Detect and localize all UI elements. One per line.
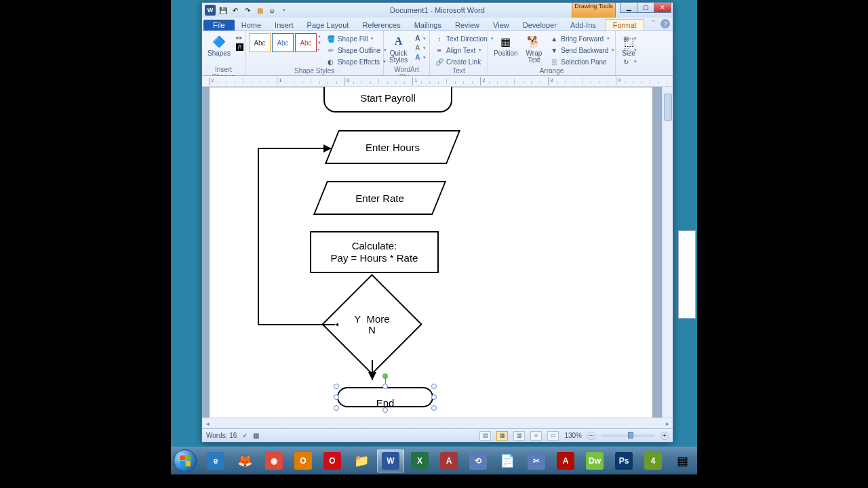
style-swatch-3[interactable]: Abc xyxy=(295,33,317,52)
selection-pane-button[interactable]: ☰Selection Pane xyxy=(547,56,616,67)
view-print-layout[interactable]: ▤ xyxy=(479,431,491,441)
tab-view[interactable]: View xyxy=(486,20,516,30)
align-text-button[interactable]: ≡Align Text xyxy=(433,45,496,56)
text-effects-button[interactable]: A xyxy=(413,53,428,62)
down-arrow[interactable] xyxy=(367,359,378,386)
position-button[interactable]: ▦ Position xyxy=(491,33,521,58)
text-fill-button[interactable]: A xyxy=(413,34,428,43)
taskbar-item-internet-explorer[interactable]: e xyxy=(202,449,229,472)
size-button[interactable]: ⬚ Size xyxy=(618,33,639,58)
style-gallery-more-icon[interactable]: ▾ xyxy=(317,47,321,52)
style-swatch-2[interactable]: Abc xyxy=(272,33,294,52)
send-backward-button[interactable]: ▼Send Backward xyxy=(547,45,616,56)
tab-insert[interactable]: Insert xyxy=(268,20,300,30)
loop-arrow[interactable] xyxy=(250,142,338,331)
taskbar-item-color-app[interactable]: ▦ xyxy=(669,449,696,472)
text-box-icon[interactable]: 🅰 xyxy=(236,43,243,52)
view-draft[interactable]: ▭ xyxy=(547,431,559,441)
qat-undo-icon[interactable]: ↶ xyxy=(231,5,240,15)
hscroll-left-icon[interactable]: ◂ xyxy=(202,419,213,428)
taskbar-item-outlook[interactable]: O xyxy=(290,449,317,472)
shape-start-terminator[interactable]: Start Payroll xyxy=(323,87,452,113)
shape-outline-button[interactable]: ✏Shape Outline xyxy=(324,45,389,56)
proofing-icon[interactable]: ✓ xyxy=(242,432,248,439)
resize-handle-s[interactable] xyxy=(382,407,388,413)
minimize-ribbon-icon[interactable]: ⌃ xyxy=(651,19,656,28)
close-button[interactable]: ✕ xyxy=(654,2,671,13)
taskbar-item-dreamweaver[interactable]: Dw xyxy=(581,449,608,472)
qat-new-icon[interactable]: ▦ xyxy=(255,5,264,15)
horizontal-ruler[interactable]: 210123456 xyxy=(202,76,673,87)
maximize-button[interactable]: ▢ xyxy=(637,2,654,13)
tab-home[interactable]: Home xyxy=(235,20,268,30)
text-direction-button[interactable]: ↕Text Direction xyxy=(433,33,496,44)
view-web-layout[interactable]: ▥ xyxy=(513,431,525,441)
vscroll-thumb[interactable] xyxy=(664,94,672,121)
view-outline[interactable]: ≡ xyxy=(530,431,542,441)
taskbar-item-acrobat[interactable]: A xyxy=(552,449,579,472)
qat-save-icon[interactable]: 💾 xyxy=(218,5,228,15)
edit-shape-icon[interactable]: ✏ xyxy=(236,34,243,43)
bring-forward-button[interactable]: ▲Bring Forward xyxy=(547,33,616,44)
quick-styles-button[interactable]: A Quick Styles xyxy=(387,33,410,65)
group-label-size xyxy=(618,66,637,75)
wrap-text-button[interactable]: 🐕 Wrap Text xyxy=(524,33,545,65)
vertical-scrollbar[interactable] xyxy=(662,87,673,418)
document-page[interactable]: Start Payroll Enter Hours Enter Rate Cal… xyxy=(209,87,653,428)
zoom-slider[interactable] xyxy=(601,434,655,437)
style-swatch-1[interactable]: Abc xyxy=(249,33,271,52)
resize-handle-w[interactable] xyxy=(334,394,339,400)
shapes-button[interactable]: 🔷 Shapes xyxy=(205,33,233,58)
resize-handle-nw[interactable] xyxy=(334,384,339,389)
tab-addins[interactable]: Add-Ins xyxy=(564,20,603,30)
shape-enter-hours[interactable]: Enter Hours xyxy=(332,130,454,164)
taskbar-item-opera[interactable]: O xyxy=(319,449,346,472)
create-link-button[interactable]: 🔗Create Link xyxy=(433,56,496,67)
zoom-level[interactable]: 130% xyxy=(564,432,582,439)
macro-icon[interactable]: ▦ xyxy=(253,432,259,439)
tab-mailings[interactable]: Mailings xyxy=(408,20,448,30)
style-gallery-down-icon[interactable]: ▼ xyxy=(317,41,321,45)
taskbar-item-snip[interactable]: ✂ xyxy=(523,449,550,472)
zoom-slider-knob[interactable] xyxy=(628,432,633,439)
minimize-button[interactable]: ▁ xyxy=(620,2,637,13)
taskbar-item-app-link[interactable]: ⟲ xyxy=(465,449,492,472)
tab-review[interactable]: Review xyxy=(448,20,486,30)
taskbar-item-chrome[interactable]: ◉ xyxy=(260,449,288,472)
resize-handle-ne[interactable] xyxy=(431,384,437,389)
taskbar-item-notepad[interactable]: 📄 xyxy=(494,449,521,472)
taskbar-item-access[interactable]: A xyxy=(435,449,462,472)
shape-effects-button[interactable]: ◐Shape Effects xyxy=(324,56,389,67)
taskbar-item-app-4[interactable]: 4 xyxy=(639,449,667,472)
shape-fill-button[interactable]: 🪣Shape Fill xyxy=(324,33,389,44)
shape-end-terminator-selected[interactable]: End xyxy=(337,387,433,407)
hscroll-right-icon[interactable]: ▸ xyxy=(662,419,673,428)
qat-redo-icon[interactable]: ↷ xyxy=(243,5,252,15)
style-gallery-up-icon[interactable]: ▲ xyxy=(317,34,321,38)
taskbar-item-firefox[interactable]: 🦊 xyxy=(231,449,258,472)
resize-handle-e[interactable] xyxy=(431,394,437,400)
zoom-in-button[interactable]: + xyxy=(660,432,669,440)
help-icon[interactable]: ? xyxy=(660,19,670,28)
tab-format[interactable]: Format xyxy=(606,19,644,30)
start-button[interactable] xyxy=(172,449,198,473)
resize-handle-sw[interactable] xyxy=(334,405,339,411)
taskbar-item-explorer[interactable]: 📁 xyxy=(348,449,375,472)
zoom-out-button[interactable]: − xyxy=(587,432,595,440)
tab-developer[interactable]: Developer xyxy=(516,20,564,30)
qat-emoji-icon[interactable]: ☺ xyxy=(267,5,277,15)
tab-page-layout[interactable]: Page Layout xyxy=(300,20,356,30)
text-outline-button[interactable]: A xyxy=(413,43,428,52)
tab-file[interactable]: File xyxy=(203,20,235,30)
resize-handle-se[interactable] xyxy=(431,405,437,411)
qat-more-icon[interactable]: ▾ xyxy=(279,5,289,15)
tab-references[interactable]: References xyxy=(355,20,407,30)
horizontal-scrollbar[interactable]: ◂ ▸ xyxy=(202,418,673,428)
taskbar-item-excel[interactable]: X xyxy=(406,449,433,472)
resize-handle-n[interactable] xyxy=(382,384,388,389)
taskbar-item-word[interactable]: W xyxy=(377,449,404,472)
word-count[interactable]: Words: 16 xyxy=(206,432,237,439)
view-full-screen[interactable]: ▦ xyxy=(496,431,508,441)
shape-decision[interactable]: Y More N xyxy=(336,289,408,360)
taskbar-item-photoshop[interactable]: Ps xyxy=(610,449,637,472)
